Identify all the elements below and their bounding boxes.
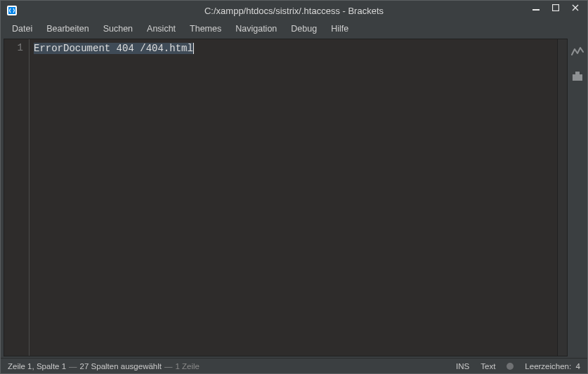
status-right: INS Text Leerzeichen: 4: [456, 362, 580, 370]
status-indent-value: 4: [576, 362, 580, 370]
status-indent-label: Leerzeichen:: [525, 362, 571, 370]
menubar: Datei Bearbeiten Suchen Ansicht Themes N…: [1, 20, 587, 37]
titlebar: C:/xampp/htdocs/sistrix/.htaccess - Brac…: [1, 1, 587, 20]
status-language-mode[interactable]: Text: [481, 362, 495, 370]
svg-rect-5: [575, 72, 580, 74]
status-selection[interactable]: 27 Spalten ausgewählt: [80, 362, 162, 370]
vertical-scrollbar[interactable]: [557, 39, 567, 356]
minimize-button[interactable]: [527, 1, 545, 15]
status-indicator-icon[interactable]: [507, 363, 514, 370]
brackets-app-icon: [6, 5, 18, 16]
right-toolbar: [568, 37, 587, 358]
menu-search[interactable]: Suchen: [96, 22, 140, 36]
content-area: 1 ErrorDocument 404 /404.html: [1, 37, 587, 358]
live-preview-icon[interactable]: [571, 46, 584, 58]
line-number: 1: [4, 42, 23, 53]
status-sep-2: —: [164, 362, 173, 370]
extension-manager-icon[interactable]: [571, 69, 584, 82]
svg-rect-4: [573, 74, 582, 81]
editor: 1 ErrorDocument 404 /404.html: [4, 39, 568, 356]
menu-navigation[interactable]: Navigation: [228, 22, 284, 36]
menu-view[interactable]: Ansicht: [140, 22, 183, 36]
status-insert-mode[interactable]: INS: [456, 362, 469, 370]
status-sep-1: —: [69, 362, 77, 370]
menu-file[interactable]: Datei: [5, 22, 39, 36]
selection: ErrorDocument 404 /404.html: [34, 43, 193, 54]
status-line-count: 1 Zeile: [175, 362, 200, 370]
menu-help[interactable]: Hilfe: [324, 22, 355, 36]
close-button[interactable]: [566, 1, 584, 15]
status-indent[interactable]: Leerzeichen: 4: [525, 362, 580, 370]
text-cursor: [193, 43, 194, 54]
code-line[interactable]: ErrorDocument 404 /404.html: [34, 42, 557, 55]
window-controls: [527, 1, 584, 15]
status-cursor-pos[interactable]: Zeile 1, Spalte 1: [8, 362, 66, 370]
menu-themes[interactable]: Themes: [183, 22, 228, 36]
svg-rect-3: [553, 5, 559, 11]
statusbar: Zeile 1, Spalte 1 — 27 Spalten ausgewähl…: [1, 358, 587, 373]
menu-edit[interactable]: Bearbeiten: [39, 22, 96, 36]
line-gutter: 1: [4, 39, 30, 356]
maximize-button[interactable]: [547, 1, 565, 15]
app-window: C:/xampp/htdocs/sistrix/.htaccess - Brac…: [0, 0, 588, 374]
svg-rect-2: [533, 9, 540, 11]
menu-debug[interactable]: Debug: [284, 22, 324, 36]
code-area[interactable]: ErrorDocument 404 /404.html: [30, 39, 557, 356]
window-title: C:/xampp/htdocs/sistrix/.htaccess - Brac…: [1, 6, 587, 16]
editor-body[interactable]: 1 ErrorDocument 404 /404.html: [4, 39, 567, 356]
status-left: Zeile 1, Spalte 1 — 27 Spalten ausgewähl…: [8, 362, 456, 370]
